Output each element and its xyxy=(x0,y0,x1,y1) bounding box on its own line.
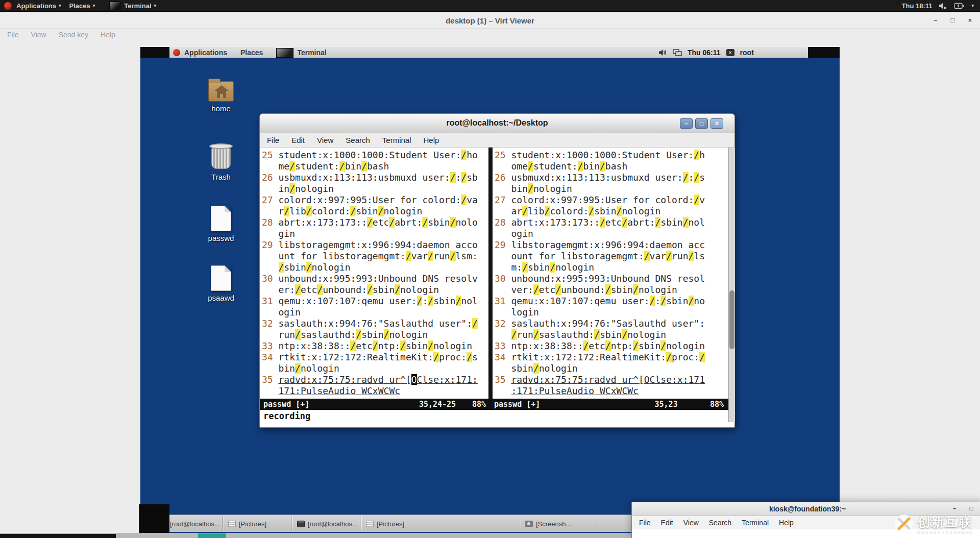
guest-terminal-menu[interactable]: Terminal xyxy=(297,48,326,57)
menu-search[interactable]: Search xyxy=(339,136,376,144)
screen-artifact xyxy=(139,504,169,533)
minimize-button[interactable]: – xyxy=(680,118,693,129)
vim-editor[interactable]: 25 student:x:1000:1000:Student User:/ho … xyxy=(260,148,734,399)
virt-viewer-menubar: File View Send key Help xyxy=(0,29,980,41)
menu-view[interactable]: View xyxy=(678,519,704,527)
virt-viewer-titlebar[interactable]: desktop (1) – Virt Viewer – □ × xyxy=(0,12,980,29)
vim-pane-right[interactable]: 25 student:x:1000:1000:Student User:/h o… xyxy=(495,150,728,397)
taskbar-button-pictures[interactable]: [Pictures] xyxy=(224,517,291,530)
vim-line: unt for libstoragemgmt:/var/run/lsm: xyxy=(262,251,488,262)
screen-artifact xyxy=(808,47,840,58)
vim-line: 33 ntp:x:38:38::/etc/ntp:/sbin/nologin xyxy=(495,340,728,352)
files-icon xyxy=(366,521,374,527)
redhat-logo-icon[interactable] xyxy=(173,49,180,56)
volume-icon[interactable] xyxy=(658,49,667,56)
menu-view[interactable]: View xyxy=(25,31,53,39)
menu-help[interactable]: Help xyxy=(418,136,446,144)
host-terminal-menu[interactable]: Terminal ▾ xyxy=(124,2,156,10)
menu-help[interactable]: Help xyxy=(94,31,121,39)
menu-edit[interactable]: Edit xyxy=(656,519,678,527)
host-places-menu[interactable]: Places ▾ xyxy=(69,2,95,10)
close-button[interactable]: × xyxy=(968,16,972,24)
vim-line: :171:PulseAudio WCxWCWc xyxy=(495,385,728,397)
taskbar-button-screenshot[interactable]: [Screensh... xyxy=(521,517,597,530)
taskbar-button-pictures[interactable]: [Pictures] xyxy=(361,517,429,530)
taskbar-button-label: [Screensh... xyxy=(536,520,571,528)
house-roof xyxy=(214,85,229,91)
vim-line: 27 colord:x:997:995:User for colord:/v xyxy=(495,194,728,206)
desktop-icon-label: Trash xyxy=(191,173,251,181)
menu-file[interactable]: File xyxy=(634,519,656,527)
vim-line: 34 rtkit:x:172:172:RealtimeKit:/proc:/s xyxy=(262,352,488,363)
menu-file[interactable]: File xyxy=(261,136,285,144)
volume-muted-icon[interactable] xyxy=(939,2,947,10)
terminal-icon xyxy=(297,521,305,527)
redhat-logo-icon[interactable] xyxy=(4,2,12,10)
battery-icon[interactable] xyxy=(954,3,965,9)
guest-places-menu[interactable]: Places xyxy=(240,48,263,57)
menu-edit[interactable]: Edit xyxy=(285,136,311,144)
terminal-titlebar[interactable]: root@localhost:~/Desktop – □ × xyxy=(260,114,734,133)
scrollbar-thumb[interactable] xyxy=(729,290,734,349)
vim-line: er:/etc/unbound:/sbin/nologin xyxy=(262,284,488,296)
status-scroll-percent: 88% xyxy=(472,399,486,410)
menu-file[interactable]: File xyxy=(1,31,25,39)
minimize-button[interactable]: – xyxy=(934,16,937,24)
menu-view[interactable]: View xyxy=(311,136,339,144)
guest-desktop[interactable]: Applications Places Terminal Thu 06:11 ×… xyxy=(140,47,840,533)
menu-terminal[interactable]: Terminal xyxy=(376,136,418,144)
vim-line: 28 abrt:x:173:173::/etc/abrt:/sbin/nol xyxy=(495,217,728,228)
minimize-button[interactable]: – xyxy=(950,505,959,513)
vim-split-divider[interactable] xyxy=(488,148,493,399)
taskbar-button-label: [root@localhos... xyxy=(170,520,220,528)
vim-line: ogin xyxy=(262,307,488,318)
host-applications-menu[interactable]: Applications ▾ xyxy=(16,2,61,10)
file-icon xyxy=(211,206,231,231)
vim-line: 31 qemu:x:107:107:qemu user:/:/sbin/nol xyxy=(262,296,488,307)
terminal-app-icon[interactable] xyxy=(109,2,120,10)
guest-clock[interactable]: Thu 06:11 xyxy=(688,48,721,57)
vim-line: run/saslauthd:/sbin/nologin xyxy=(262,329,488,340)
status-filename: passwd [+] xyxy=(263,399,309,410)
host-clock[interactable]: Thu 18:11 xyxy=(902,2,933,10)
host-taskbar-indicator xyxy=(198,533,226,538)
terminal-label: Terminal xyxy=(124,2,151,10)
displays-icon[interactable] xyxy=(673,49,682,56)
vim-statusline-right: passwd [+] 35,23 88% xyxy=(491,399,728,410)
chevron-down-icon[interactable]: ▾ xyxy=(971,4,974,8)
close-button[interactable]: × xyxy=(710,118,723,129)
watermark-body: 创新互联 xyxy=(917,513,972,534)
vim-line: 35 radvd:x:75:75:radvd ur^[OClse:x:171: xyxy=(262,374,488,385)
vim-line: 30 unbound:x:995:993:Unbound DNS resol xyxy=(495,273,728,284)
menu-send-key[interactable]: Send key xyxy=(53,31,94,39)
desktop-icon-passwd[interactable]: passwd xyxy=(191,206,251,242)
scrollbar[interactable] xyxy=(728,148,735,422)
menu-terminal[interactable]: Terminal xyxy=(737,519,774,527)
terminal-app-icon[interactable] xyxy=(276,48,293,58)
desktop-icon-label: passwd xyxy=(191,234,251,242)
guest-topbar-left: Applications Places Terminal xyxy=(173,47,340,58)
virt-viewer-window-title: desktop (1) – Virt Viewer xyxy=(0,16,980,25)
taskbar-button-terminal[interactable]: [root@localhos... xyxy=(292,517,360,530)
maximize-button[interactable]: □ xyxy=(695,118,708,129)
menu-search[interactable]: Search xyxy=(704,519,737,527)
watermark-text: 创新互联 xyxy=(917,513,972,530)
watermark: 创新互联 xyxy=(894,513,972,534)
maximize-button[interactable]: □ xyxy=(967,505,976,513)
menu-help[interactable]: Help xyxy=(774,519,799,527)
vim-line: 34 rtkit:x:172:172:RealtimeKit:/proc:/ xyxy=(495,352,728,363)
vim-line: 27 colord:x:997:995:User for colord:/va xyxy=(262,194,488,206)
home-folder-icon xyxy=(208,81,234,102)
desktop-icon-home[interactable]: home xyxy=(191,81,251,113)
desktop-icon-trash[interactable]: Trash xyxy=(191,143,251,181)
maximize-button[interactable]: □ xyxy=(951,16,955,24)
vim-pane-left[interactable]: 25 student:x:1000:1000:Student User:/ho … xyxy=(262,150,488,397)
vim-line: ount for libstoragemgmt:/var/run/ls xyxy=(495,251,728,262)
vim-line: 26 usbmuxd:x:113:113:usbmuxd user:/:/s xyxy=(495,172,728,183)
vim-line: ome/student:/bin/bash xyxy=(495,161,728,172)
guest-applications-menu[interactable]: Applications xyxy=(184,48,227,57)
vim-line: 25 student:x:1000:1000:Student User:/h xyxy=(495,150,728,161)
trash-lid xyxy=(209,143,233,149)
desktop-icon-psaawd[interactable]: psaawd xyxy=(191,265,251,302)
vim-line: 29 libstoragemgmt:x:996:994:daemon acc xyxy=(495,239,728,251)
